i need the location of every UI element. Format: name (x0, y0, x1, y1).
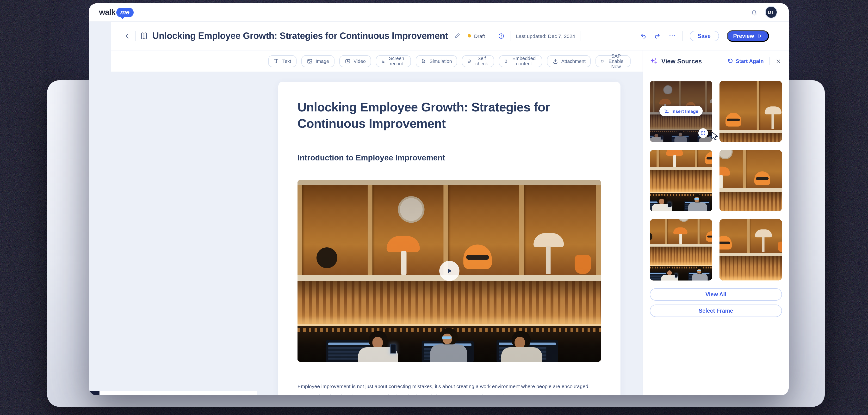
source-frame-4[interactable] (719, 150, 782, 211)
toolbar-label: Text (282, 58, 291, 64)
undo-icon[interactable] (640, 32, 647, 39)
bell-icon[interactable] (750, 8, 758, 16)
last-updated-text: Last updated: Dec 7, 2024 (516, 33, 575, 39)
toolbar-button-self-check[interactable]: Self check (462, 55, 494, 67)
logo-text-walk: walk (99, 8, 115, 17)
table-icon (601, 58, 604, 64)
source-frame-6-image (719, 219, 782, 281)
restart-icon (727, 58, 733, 64)
source-frame-3-image (650, 150, 712, 211)
logo-bubble-me: me (116, 7, 133, 17)
source-frame-4-image (719, 150, 782, 211)
app-window: walk me DT (89, 3, 789, 395)
article-paragraph: Employee improvement is not just about c… (298, 381, 602, 395)
toolbar-button-embedded-content[interactable]: Embedded content (499, 55, 542, 67)
download-icon (552, 58, 558, 64)
text-icon (274, 58, 279, 64)
source-frame-2[interactable] (719, 81, 782, 142)
source-frame-6[interactable] (719, 219, 782, 281)
toolbar-button-image[interactable]: Image (301, 55, 335, 67)
source-thumbnails-grid: Insert Image (650, 81, 782, 281)
toolbar-button-screen-record[interactable]: Screen record (376, 55, 411, 67)
workspace-photo-scene (650, 219, 712, 281)
frame-corners-icon (701, 131, 706, 135)
toolbar-label: Video (353, 58, 366, 64)
sparkles-icon (650, 57, 658, 65)
redo-icon[interactable] (653, 32, 661, 39)
source-frame-5-image (650, 219, 712, 281)
start-again-button[interactable]: Start Again (727, 58, 764, 64)
toolbar-label: SAP Enable Now (607, 53, 625, 69)
divider (580, 31, 581, 40)
article-video[interactable] (298, 180, 601, 362)
mouse-cursor (710, 131, 719, 145)
workspace-photo-scene (719, 81, 782, 142)
draft-dot (468, 34, 471, 37)
doc-header: Unlocking Employee Growth: Strategies fo… (111, 22, 789, 51)
article-card: Unlocking Employee Growth: Strategies fo… (278, 82, 620, 395)
walkme-logo[interactable]: walk me (99, 7, 133, 17)
info-icon[interactable] (498, 32, 505, 39)
document-icon (504, 58, 508, 64)
sources-panel-header: View Sources Start Again (643, 51, 789, 71)
toolbar-button-text[interactable]: Text (269, 55, 297, 67)
toolbar-label: Self check (474, 56, 489, 66)
source-frame-1[interactable]: Insert Image (650, 81, 712, 142)
pencil-icon[interactable] (455, 33, 461, 39)
bottom-bar-white-segment (99, 391, 257, 395)
insert-image-label: Insert Image (672, 108, 698, 114)
workspace-photo-scene (719, 150, 782, 211)
video-play-button[interactable] (439, 261, 459, 281)
insert-image-button[interactable]: Insert Image (659, 106, 703, 116)
play-icon (757, 33, 762, 38)
toolbar-label: Simulation (429, 58, 452, 64)
article-section-heading: Introduction to Employee Improvement (298, 153, 445, 162)
select-frame-button-mini[interactable] (698, 128, 708, 138)
status-badge: Draft (468, 33, 485, 39)
select-frame-button[interactable]: Select Frame (650, 305, 782, 317)
page-title: Unlocking Employee Growth: Strategies fo… (152, 31, 448, 41)
source-frame-3[interactable] (650, 150, 712, 211)
article-title: Unlocking Employee Growth: Strategies fo… (298, 99, 603, 132)
divider (770, 57, 770, 65)
toolbar-label: Image (316, 58, 329, 64)
view-all-button[interactable]: View All (650, 288, 782, 301)
stage: walk me DT (0, 0, 868, 415)
toolbar-label: Screen record (388, 56, 405, 66)
avatar[interactable]: DT (766, 7, 777, 18)
status-label: Draft (474, 33, 485, 39)
divider (135, 31, 135, 40)
preview-label: Preview (733, 33, 754, 39)
workspace-photo-scene (719, 219, 782, 281)
toolbar-label: Attachment (561, 58, 586, 64)
toolbar-button-video[interactable]: Video (339, 55, 371, 67)
view-sources-panel: View Sources Start Again (643, 51, 789, 395)
source-frame-5[interactable] (650, 219, 712, 281)
toolbar-button-attachment[interactable]: Attachment (547, 55, 591, 67)
check-circle-icon (467, 58, 471, 64)
preview-button[interactable]: Preview (726, 30, 769, 41)
image-icon (307, 58, 313, 64)
workspace-photo-scene (650, 150, 712, 211)
divider (510, 31, 511, 40)
save-button[interactable]: Save (689, 31, 719, 41)
back-button[interactable] (124, 32, 131, 39)
toolbar-label: Embedded content (511, 56, 537, 66)
book-icon (140, 32, 148, 40)
crop-add-icon (664, 108, 669, 114)
start-again-label: Start Again (736, 58, 764, 64)
toolbar-button-simulation[interactable]: Simulation (415, 55, 457, 67)
video-icon (344, 58, 351, 64)
divider (682, 31, 683, 40)
cursor-icon (421, 58, 427, 64)
close-icon[interactable] (776, 58, 781, 64)
play-icon (445, 267, 453, 275)
insert-toolbar: Text Image Video Screen record Simulatio… (111, 51, 643, 71)
source-frame-2-image (719, 81, 782, 142)
sources-panel-title: View Sources (661, 57, 702, 65)
top-bar: walk me DT (89, 3, 789, 22)
ellipsis-icon[interactable] (668, 32, 676, 39)
toolbar-button-sap-enable-now[interactable]: SAP Enable Now (596, 55, 630, 67)
screen-record-icon (381, 58, 385, 64)
